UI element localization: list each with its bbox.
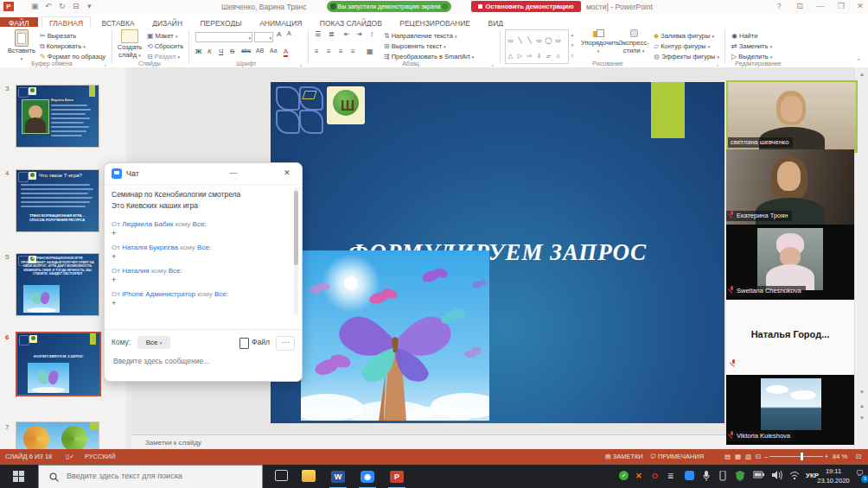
tray-opera-icon[interactable]: O (652, 471, 658, 481)
shape-effects-button[interactable]: ◍Эффекты фигуры ▾ (654, 52, 719, 62)
zoom-slider-track[interactable] (769, 456, 823, 457)
participant-video[interactable]: Swetlana Chesnokova (726, 225, 854, 300)
chat-close-button[interactable]: ✕ (274, 163, 300, 182)
tray-speaker-icon[interactable] (772, 471, 782, 479)
reset-button[interactable]: ⟲Сбросить (147, 41, 183, 51)
help-button[interactable]: ? (769, 0, 788, 13)
taskbar-search[interactable] (38, 465, 263, 488)
previous-slide-button[interactable]: ▴ (857, 402, 867, 409)
current-slide-canvas[interactable]: Ш ФОРМУЛИРУЕМ ЗАПРОС (271, 82, 724, 423)
numbering-button[interactable]: ≣ (329, 30, 335, 38)
paragraph-dialog-launcher[interactable]: ⌟ (491, 60, 494, 67)
view-slideshow-button[interactable]: ⊡ (756, 449, 761, 465)
font-color-button[interactable]: А (284, 48, 288, 57)
zoom-in-button[interactable]: + (825, 449, 828, 465)
powerpoint-button[interactable]: P (386, 467, 408, 486)
chat-messages[interactable]: Семинар по Ксенобиологии смотрела Это Ки… (112, 189, 284, 314)
view-sorter-button[interactable]: ▦ (735, 449, 741, 465)
tray-battery-icon[interactable] (753, 471, 764, 478)
font-size-select[interactable]: ▾ (254, 32, 273, 42)
text-shadow-button[interactable]: abc (241, 48, 251, 54)
tray-phone-icon[interactable] (719, 471, 726, 481)
shapes-gallery[interactable]: ▭╲╲▭◯▭△▷⇨⇩▱⌂✎⌒∿{}☆ (505, 29, 569, 64)
view-normal-button[interactable]: ▤ (724, 449, 731, 465)
arrange-button[interactable]: Упорядочить▾ (581, 29, 616, 54)
undo-icon[interactable]: ↶ (45, 0, 52, 12)
paste-button[interactable]: Вставить▾ (7, 29, 36, 62)
zoom-out-button[interactable]: – (764, 449, 768, 465)
align-center-button[interactable]: ≡ (327, 48, 331, 55)
start-button[interactable] (0, 465, 38, 488)
bold-button[interactable]: Ж (195, 48, 201, 55)
scroll-up-icon[interactable]: ▴ (857, 71, 867, 78)
strikethrough-button[interactable]: S (230, 48, 234, 55)
ribbon-options-button[interactable]: ⊡ (790, 0, 809, 13)
tray-zoom-icon[interactable] (685, 471, 694, 480)
participant-video[interactable]: Екатерина Троян (726, 149, 854, 225)
search-input[interactable] (65, 471, 250, 481)
align-right-button[interactable]: ≡ (339, 48, 343, 55)
close-button[interactable]: ✕ (852, 0, 868, 13)
justify-button[interactable]: ≡ (351, 48, 355, 55)
file-explorer-button[interactable] (297, 467, 320, 486)
copy-button[interactable]: ⧉Копировать ▾ (40, 41, 86, 52)
tray-avast-icon[interactable]: ✕ (635, 471, 642, 481)
slide-6-thumbnail-selected[interactable]: ФОРМУЛИРУЕМ ЗАПРОС (16, 332, 101, 396)
cut-button[interactable]: ✂Вырезать (40, 31, 76, 41)
zoom-app-button[interactable]: ◉ (356, 467, 379, 486)
butterfly-image[interactable] (301, 250, 489, 421)
layout-button[interactable]: ▣Макет ▾ (147, 31, 177, 41)
notification-center-button[interactable]: 🗩3 (856, 469, 868, 481)
qat-customize-icon[interactable]: ▾ (87, 0, 92, 12)
bullets-button[interactable]: ☰ (315, 30, 321, 38)
save-icon[interactable]: ▣ (31, 0, 39, 12)
fit-slide-button[interactable]: ⊡ (856, 449, 861, 465)
columns-button[interactable]: ▦ (367, 48, 373, 55)
replace-button[interactable]: ⇄Заменить ▾ (731, 41, 772, 52)
view-reading-button[interactable]: ▥ (745, 449, 751, 465)
sender-link[interactable]: Наталия (122, 267, 150, 275)
quick-styles-button[interactable]: Экспресс- стили ▾ (617, 29, 650, 54)
shrink-font-button[interactable]: А (287, 30, 291, 36)
chat-more-button[interactable]: ⋯ (276, 336, 295, 351)
start-slideshow-icon[interactable]: ⊟ (73, 0, 80, 12)
zoom-chat-window[interactable]: Чат — ✕ Семинар по Ксенобиологии смотрел… (104, 162, 303, 382)
align-text-button[interactable]: ⊞Выровнять текст ▾ (384, 41, 446, 52)
language-indicator[interactable]: РУССКИЙ (85, 449, 116, 465)
participant-video-off[interactable]: Наталья Город... (726, 300, 854, 375)
shape-fill-button[interactable]: ◆Заливка фигуры ▾ (654, 31, 714, 41)
chat-scrollbar[interactable] (294, 187, 298, 315)
char-spacing-button[interactable]: АВ (256, 48, 264, 54)
increase-indent-button[interactable]: ⇥ (356, 30, 362, 38)
sender-link[interactable]: Наталія Букрєєва (122, 244, 178, 251)
slide-5-thumbnail[interactable]: В ТРАНСФОРМАЦИОННОЙ ИГРЕ ПРОИГРЫВАЕТ, КА… (16, 253, 99, 316)
tray-defender-shield-icon[interactable] (736, 471, 744, 481)
slide-7-thumbnail[interactable] (16, 421, 99, 451)
chat-minimize-button[interactable]: — (220, 163, 246, 182)
grow-font-button[interactable]: А (277, 30, 281, 38)
underline-button[interactable]: Ч (219, 48, 223, 55)
scroll-down-icon[interactable]: ▾ (857, 389, 867, 396)
restore-button[interactable]: ❐ (832, 0, 851, 13)
tray-clock[interactable]: 19:11 23.10.2020 (811, 466, 856, 485)
zoom-percentage[interactable]: 84 % (833, 449, 847, 465)
align-left-button[interactable]: ≡ (315, 48, 319, 55)
find-button[interactable]: ◉Найти (731, 31, 757, 41)
comments-toggle[interactable]: 🗩ПРИМЕЧАНИЯ (650, 449, 704, 465)
shapes-scroll[interactable]: ▴▾≡ (569, 29, 576, 60)
participant-video[interactable]: Viktoria Kuleshova (726, 375, 854, 445)
line-spacing-button[interactable]: ↕ (370, 30, 373, 38)
word-button[interactable]: W (327, 467, 349, 486)
task-view-button[interactable] (270, 467, 292, 486)
shape-outline-button[interactable]: ▱Контур фигуры ▾ (654, 41, 710, 52)
zoom-slider-handle[interactable] (801, 453, 803, 460)
to-select[interactable]: Все ▾ (137, 336, 170, 349)
tray-antivirus-ok-icon[interactable]: ✓ (619, 471, 629, 480)
sender-link[interactable]: iPhone Администратор (122, 290, 195, 298)
sender-link[interactable]: Людмила Бабик (122, 220, 173, 228)
tray-wifi-icon[interactable] (789, 471, 800, 479)
minimize-button[interactable]: — (811, 0, 830, 13)
change-case-button[interactable]: Аа (270, 48, 278, 54)
slide-3-thumbnail[interactable]: Варина Анна (16, 85, 99, 148)
font-name-select[interactable]: ▾ (195, 32, 252, 42)
